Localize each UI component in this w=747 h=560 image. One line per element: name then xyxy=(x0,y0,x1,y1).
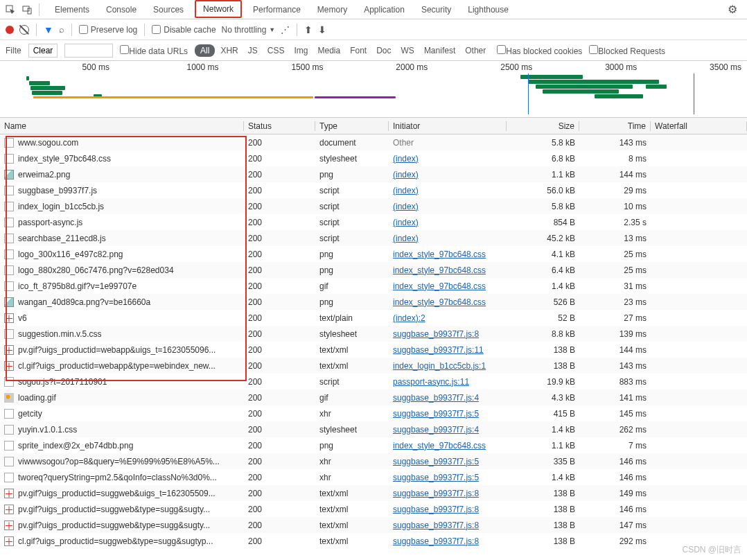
initiator-link[interactable]: (index) xyxy=(393,186,419,195)
initiator-link[interactable]: suggbase_b9937f7.js:4 xyxy=(393,393,479,403)
initiator-link[interactable]: (index) xyxy=(393,170,419,180)
request-row[interactable]: pv.gif?uigs_productid=suggweb&type=sugg&… xyxy=(0,517,747,533)
initiator-link[interactable]: suggbase_b9937f7.js:5 xyxy=(393,409,479,419)
initiator-link[interactable]: suggbase_b9937f7.js:5 xyxy=(393,473,479,482)
request-row[interactable]: sprite_index@2x_eb74dbb.png200pngindex_s… xyxy=(0,437,747,453)
request-row[interactable]: erweima2.png200png(index)1.1 kB144 ms xyxy=(0,166,747,182)
inspect-icon[interactable] xyxy=(4,3,17,16)
request-row[interactable]: wangan_40d89ca.png?v=be16660a200pngindex… xyxy=(0,294,747,310)
initiator-link[interactable]: index_style_97bc648.css xyxy=(393,441,486,450)
filter-cat-manifest[interactable]: Manifest xyxy=(420,44,459,57)
col-initiator[interactable]: Initiator xyxy=(389,121,507,131)
tab-console[interactable]: Console xyxy=(98,0,145,19)
request-row[interactable]: cl.gif?uigs_productid=suggweb&type=sugg&… xyxy=(0,533,747,549)
upload-har-icon[interactable]: ⬆ xyxy=(304,24,313,35)
initiator-link[interactable]: suggbase_b9937f7.js:8 xyxy=(393,329,479,339)
initiator-link[interactable]: (index) xyxy=(393,218,419,227)
initiator-link[interactable]: (index):2 xyxy=(393,313,425,323)
filter-cat-ws[interactable]: WS xyxy=(397,44,419,57)
initiator-link[interactable]: index_style_97bc648.css xyxy=(393,265,486,275)
initiator-link[interactable]: index_style_97bc648.css xyxy=(393,281,486,291)
col-size[interactable]: Size xyxy=(507,121,579,131)
clear-button[interactable] xyxy=(19,25,29,35)
initiator-link[interactable]: suggbase_b9937f7.js:8 xyxy=(393,489,479,498)
col-waterfall[interactable]: Waterfall xyxy=(651,121,747,131)
tab-security[interactable]: Security xyxy=(413,0,459,19)
request-row[interactable]: loading.gif200gifsuggbase_b9937f7.js:44.… xyxy=(0,390,747,405)
device-toggle-icon[interactable] xyxy=(21,3,33,16)
request-row[interactable]: searchbase_211ecd8.js200script(index)45.… xyxy=(0,230,747,246)
filter-input[interactable] xyxy=(64,44,113,58)
request-row[interactable]: logo_880x280_06c7476.png?v=628ed034200pn… xyxy=(0,262,747,278)
request-row[interactable]: www.sogou.com200documentOther5.8 kB143 m… xyxy=(0,134,747,150)
hide-data-urls-checkbox[interactable]: Hide data URLs xyxy=(120,45,188,56)
throttling-select[interactable]: No throttling▼ xyxy=(222,25,276,35)
request-row[interactable]: pv.gif?uigs_productid=webapp&uigs_t=1623… xyxy=(0,342,747,358)
request-row[interactable]: index_style_97bc648.css200stylesheet(ind… xyxy=(0,150,747,166)
tab-performance[interactable]: Performance xyxy=(245,0,309,19)
initiator-link[interactable]: passport-async.js:11 xyxy=(393,377,469,387)
initiator-link[interactable]: (index) xyxy=(393,234,419,243)
request-row[interactable]: logo_300x116_e497c82.png200pngindex_styl… xyxy=(0,246,747,262)
filter-cat-xhr[interactable]: XHR xyxy=(216,44,242,57)
initiator-link[interactable]: index_login_b1cc5cb.js:1 xyxy=(393,361,486,371)
request-row[interactable]: pv.gif?uigs_productid=suggweb&uigs_t=162… xyxy=(0,485,747,501)
request-time: 27 ms xyxy=(579,313,651,323)
filter-cat-all[interactable]: All xyxy=(195,44,215,57)
tab-sources[interactable]: Sources xyxy=(145,0,192,19)
record-button[interactable] xyxy=(6,26,14,34)
filter-cat-font[interactable]: Font xyxy=(346,44,371,57)
filter-cat-doc[interactable]: Doc xyxy=(372,44,395,57)
filter-cat-img[interactable]: Img xyxy=(290,44,312,57)
download-har-icon[interactable]: ⬇ xyxy=(318,24,326,35)
initiator-link[interactable]: index_style_97bc648.css xyxy=(393,250,486,259)
clear-filter-button[interactable]: Clear xyxy=(28,44,58,58)
initiator-link[interactable]: suggbase_b9937f7.js:4 xyxy=(393,425,479,435)
initiator-link[interactable]: suggbase_b9937f7.js:8 xyxy=(393,520,479,530)
filter-cat-other[interactable]: Other xyxy=(461,44,490,57)
request-status: 200 xyxy=(244,441,315,450)
initiator-link[interactable]: index_style_97bc648.css xyxy=(393,297,486,307)
request-row[interactable]: yuyin.v1.0.1.css200stylesheetsuggbase_b9… xyxy=(0,421,747,437)
timeline-overview[interactable]: 500 ms1000 ms1500 ms2000 ms2500 ms3000 m… xyxy=(0,61,747,118)
request-name: v6 xyxy=(18,313,27,323)
request-row[interactable]: getcity200xhrsuggbase_b9937f7.js:5415 B1… xyxy=(0,405,747,421)
request-row[interactable]: ico_ft_8795b8d.gif?v=1e99707e200gifindex… xyxy=(0,278,747,294)
request-row[interactable]: suggestion.min.v.5.css200stylesheetsuggb… xyxy=(0,326,747,342)
request-row[interactable]: index_login_b1cc5cb.js200script(index)5.… xyxy=(0,198,747,214)
initiator-link[interactable]: suggbase_b9937f7.js:8 xyxy=(393,536,479,546)
request-row[interactable]: cl.gif?uigs_productid=webapp&type=webind… xyxy=(0,358,747,374)
network-conditions-icon[interactable]: ⋰ xyxy=(281,24,290,35)
filter-cat-css[interactable]: CSS xyxy=(263,44,289,57)
has-blocked-cookies-checkbox[interactable]: Has blocked cookies xyxy=(497,45,582,56)
search-icon[interactable]: ⌕ xyxy=(59,24,64,35)
tab-memory[interactable]: Memory xyxy=(309,0,355,19)
initiator-link[interactable]: suggbase_b9937f7.js:8 xyxy=(393,505,479,514)
filter-cat-js[interactable]: JS xyxy=(244,44,262,57)
tab-application[interactable]: Application xyxy=(355,0,413,19)
col-type[interactable]: Type xyxy=(315,121,389,131)
initiator-link[interactable]: (index) xyxy=(393,154,419,164)
request-row[interactable]: suggbase_b9937f7.js200script(index)56.0 … xyxy=(0,182,747,198)
tab-network[interactable]: Network xyxy=(196,4,240,14)
initiator-link[interactable]: suggbase_b9937f7.js:11 xyxy=(393,345,484,355)
request-row[interactable]: viwwwsogou?op=8&query=%E9%99%95%E8%A5%..… xyxy=(0,453,747,469)
request-row[interactable]: tworeq?queryString=pm2.5&qoInfo=classNo%… xyxy=(0,469,747,485)
request-row[interactable]: v6200text/plain(index):252 B27 ms xyxy=(0,310,747,326)
filter-toggle-icon[interactable]: ▼ xyxy=(44,24,53,35)
tab-lighthouse[interactable]: Lighthouse xyxy=(459,0,517,19)
request-row[interactable]: passport-async.js200script(index)854 B2.… xyxy=(0,214,747,230)
settings-icon[interactable]: ⚙ xyxy=(722,3,743,16)
blocked-requests-checkbox[interactable]: Blocked Requests xyxy=(589,45,665,56)
request-row[interactable]: sogou.js?t=2017110901200scriptpassport-a… xyxy=(0,374,747,390)
filter-cat-media[interactable]: Media xyxy=(313,44,344,57)
request-row[interactable]: pv.gif?uigs_productid=suggweb&type=sugg&… xyxy=(0,501,747,517)
col-name[interactable]: Name xyxy=(0,121,244,131)
disable-cache-checkbox[interactable]: Disable cache xyxy=(152,25,216,35)
col-status[interactable]: Status xyxy=(244,121,315,131)
col-time[interactable]: Time xyxy=(579,121,651,131)
initiator-link[interactable]: suggbase_b9937f7.js:5 xyxy=(393,457,479,466)
tab-elements[interactable]: Elements xyxy=(46,0,98,19)
preserve-log-checkbox[interactable]: Preserve log xyxy=(79,25,137,35)
initiator-link[interactable]: (index) xyxy=(393,202,419,211)
